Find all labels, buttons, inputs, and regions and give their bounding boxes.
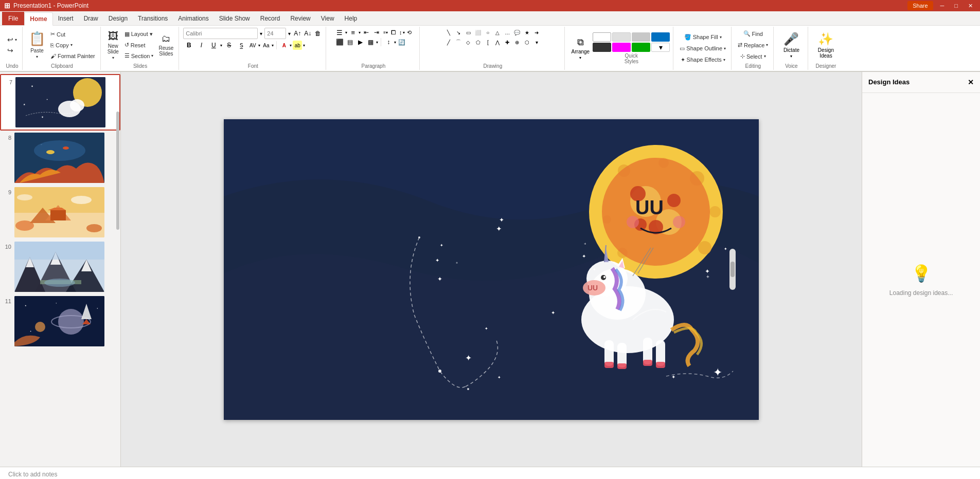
tab-design[interactable]: Design [103, 12, 133, 25]
font-size-input[interactable] [264, 28, 286, 39]
slide-item-9[interactable]: 9 [0, 185, 120, 240]
font-name-input[interactable] [183, 28, 258, 39]
shadow-button[interactable]: S̲ [236, 40, 247, 51]
shape-rect[interactable]: ▭ [464, 28, 473, 37]
shape-arrow[interactable]: ↘ [454, 28, 463, 37]
shape-expand[interactable]: ▾ [532, 38, 541, 47]
section-button[interactable]: ☰ Section ▾ [122, 51, 156, 61]
new-slide-button[interactable]: 🖼 New Slide ▾ [105, 30, 121, 61]
copy-button[interactable]: ⎘ Copy ▾ [48, 40, 97, 50]
quick-style-4[interactable] [651, 32, 670, 42]
quick-style-5[interactable] [593, 43, 611, 52]
line-spacing-button[interactable]: ↕ [384, 38, 393, 47]
shape-tri[interactable]: △ [493, 28, 502, 37]
tab-review[interactable]: Review [285, 12, 315, 25]
quick-style-7[interactable] [632, 43, 650, 52]
font-color-arrow[interactable]: ▾ [290, 43, 292, 48]
smart-art-button[interactable]: ⟲ [407, 29, 412, 36]
shape-line[interactable]: ╲ [444, 28, 453, 37]
shape-rounded-rect[interactable]: ⬜ [473, 28, 483, 37]
justify-button[interactable]: ▩ [366, 38, 375, 47]
change-case-arrow[interactable]: ▾ [272, 43, 274, 48]
numbered-list-button[interactable]: ≡ [348, 28, 358, 37]
tab-slideshow[interactable]: Slide Show [214, 12, 255, 25]
underline-arrow[interactable]: ▾ [220, 43, 222, 48]
shape-pentagon[interactable]: ⬠ [473, 38, 483, 47]
slide-item-7[interactable]: 7 ✦ ✦ ★ ✦ [0, 74, 120, 131]
tab-insert[interactable]: Insert [53, 12, 79, 25]
highlight-arrow[interactable]: ▾ [303, 43, 305, 48]
paste-button[interactable]: 📋 Paste ▾ [27, 30, 47, 61]
text-highlight-button[interactable]: ab [293, 41, 302, 50]
minimize-button[interactable]: ─ [937, 3, 948, 9]
tab-transitions[interactable]: Transitions [133, 12, 173, 25]
tab-draw[interactable]: Draw [79, 12, 103, 25]
shape-curve[interactable]: ⌒ [454, 38, 463, 47]
tab-help[interactable]: Help [340, 12, 363, 25]
decrease-indent-button[interactable]: ⇤ [362, 28, 371, 37]
columns-button[interactable]: ⧠ [389, 28, 398, 37]
select-button[interactable]: ⊹ Select ▾ [738, 51, 768, 62]
tab-animations[interactable]: Animations [173, 12, 213, 25]
char-spacing-button[interactable]: AV [248, 41, 257, 50]
quick-style-2[interactable] [612, 32, 631, 42]
increase-indent-button[interactable]: ⇥ [372, 28, 381, 37]
arrange-button[interactable]: ⧉ Arrange ▾ [569, 33, 592, 64]
find-button[interactable]: 🔍 Find [741, 29, 765, 39]
italic-button[interactable]: I [195, 40, 207, 51]
number-arrow[interactable]: ▾ [359, 30, 361, 35]
font-size-arrow[interactable]: ▾ [287, 30, 292, 38]
font-name-arrow[interactable]: ▾ [259, 30, 263, 38]
shape-effects-button[interactable]: ✦ Shape Effects ▾ [679, 54, 727, 65]
format-painter-button[interactable]: 🖌 Format Painter [48, 51, 97, 61]
align-center-button[interactable]: ▤ [345, 38, 354, 47]
text-direction-arrow[interactable]: ▾ [403, 30, 405, 35]
close-button[interactable]: ✕ [965, 3, 976, 9]
shape-callout[interactable]: 💬 [512, 28, 522, 37]
shape-outline-button[interactable]: ▭ Shape Outline ▾ [678, 43, 728, 53]
vertical-scrollbar[interactable] [729, 249, 736, 290]
shape-hexagon[interactable]: ⬡ [522, 38, 531, 47]
shape-arrow2[interactable]: ➜ [532, 28, 541, 37]
tab-record[interactable]: Record [255, 12, 286, 25]
quick-style-6[interactable] [612, 43, 631, 52]
font-clear-button[interactable]: 🗑 [313, 29, 323, 38]
notes-bar[interactable]: Click to add notes [0, 467, 980, 479]
align-left-button[interactable]: ⬛ [335, 38, 344, 47]
slide-item-8[interactable]: 8 ～ [0, 131, 120, 185]
change-case-button[interactable]: Aa [261, 41, 271, 50]
bullet-list-button[interactable]: ☰ [335, 28, 344, 37]
replace-button[interactable]: ⇄ Replace ▾ [736, 40, 770, 50]
strikethrough-button[interactable]: S [223, 40, 235, 51]
bold-button[interactable]: B [183, 40, 194, 51]
shape-circle[interactable]: ○ [483, 28, 492, 37]
char-spacing-arrow[interactable]: ▾ [258, 43, 260, 48]
shape-diamond[interactable]: ◇ [464, 38, 473, 47]
reset-button[interactable]: ↺ Reset [122, 40, 156, 50]
maximize-button[interactable]: □ [951, 3, 961, 9]
shape-plus[interactable]: ⊕ [512, 38, 522, 47]
text-direction-button[interactable]: ↕ [399, 29, 402, 35]
quick-style-3[interactable] [632, 32, 650, 42]
font-increase-button[interactable]: A↑ [293, 29, 302, 38]
shape-fill-button[interactable]: 🪣 Shape Fill ▾ [682, 32, 724, 42]
tab-file[interactable]: File [2, 12, 24, 25]
dictate-button[interactable]: 🎤 Dictate ▾ [778, 30, 805, 61]
line-space-arrow[interactable]: ▾ [394, 40, 396, 45]
convert-smartart-button[interactable]: 🔄 [397, 38, 406, 47]
cut-button[interactable]: ✂ Cut [48, 29, 97, 40]
layout-button[interactable]: ▦ Layout ▾ [122, 29, 156, 40]
para-space-arrow[interactable]: ≡▾ [383, 30, 388, 35]
align-arrow[interactable]: ▾ [376, 40, 378, 45]
sidebar-scrollbar[interactable] [116, 112, 119, 230]
shape-chevron[interactable]: ⋀ [493, 38, 502, 47]
slide-item-10[interactable]: 10 [0, 240, 120, 294]
design-panel-close[interactable]: ✕ [968, 78, 974, 86]
reuse-slides-button[interactable]: 🗂 Reuse Slides [156, 30, 175, 61]
align-right-button[interactable]: ▶ [355, 38, 365, 47]
design-ideas-button[interactable]: ✨ Design Ideas [812, 30, 839, 61]
share-button[interactable]: Share [907, 1, 933, 10]
underline-button[interactable]: U [208, 40, 219, 51]
shape-bracket[interactable]: [ [483, 38, 492, 47]
tab-view[interactable]: View [316, 12, 340, 25]
